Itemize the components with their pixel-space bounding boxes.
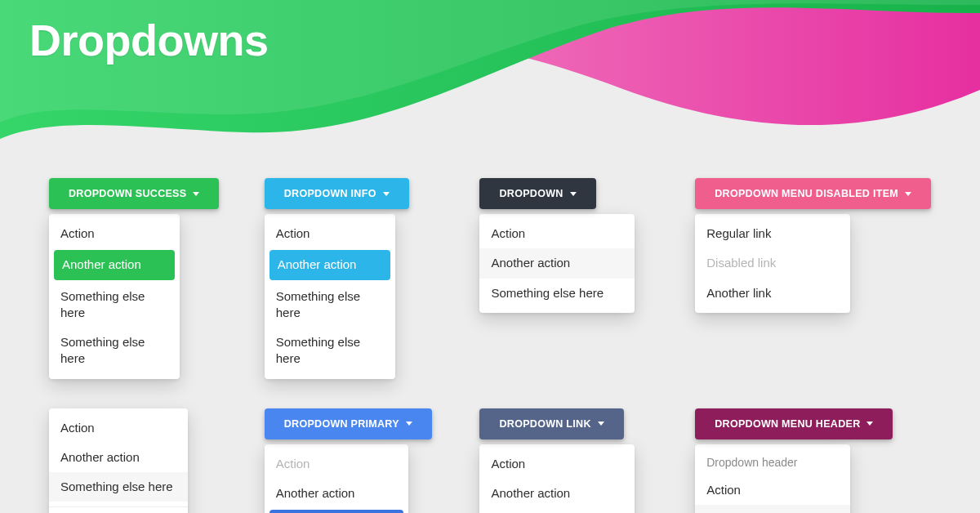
menu-item[interactable]: Something else here bbox=[265, 328, 395, 374]
menu-item[interactable]: Action bbox=[479, 219, 635, 248]
menu-item[interactable]: Regular link bbox=[695, 219, 850, 248]
page-hero: Dropdowns bbox=[0, 0, 980, 180]
dropdown-menu-header: DROPDOWN MENU HEADER Dropdown header Act… bbox=[695, 408, 931, 514]
menu-item-hover[interactable]: Another action bbox=[479, 248, 635, 278]
dropdown-link: DROPDOWN LINK Action Another action Some… bbox=[479, 408, 669, 514]
dropdown-primary-menu: Action Another action Something else her… bbox=[265, 444, 408, 514]
caret-down-icon bbox=[193, 192, 199, 196]
dropdown-link-button[interactable]: DROPDOWN LINK bbox=[479, 408, 623, 439]
dropdown-menu-header-menu: Dropdown header Action Another action bbox=[695, 444, 850, 514]
menu-header: Dropdown header bbox=[695, 449, 850, 475]
menu-item[interactable]: Action bbox=[265, 219, 395, 248]
menu-item[interactable]: Something else here bbox=[49, 328, 180, 374]
caret-down-icon bbox=[406, 422, 412, 426]
dropdown-link-menu: Action Another action Something else her… bbox=[479, 444, 635, 514]
dropdown-success-label: DROPDOWN SUCCESS bbox=[69, 188, 186, 199]
dropdown-dark-button[interactable]: DROPDOWN bbox=[479, 178, 595, 209]
dropdown-menu-header-button[interactable]: DROPDOWN MENU HEADER bbox=[695, 408, 893, 439]
dropdown-success: DROPDOWN SUCCESS Action Another action S… bbox=[49, 178, 238, 379]
dropdown-info-button[interactable]: DROPDOWN INFO bbox=[265, 178, 409, 209]
dropdown-success-button[interactable]: DROPDOWN SUCCESS bbox=[49, 178, 219, 209]
menu-item[interactable]: Action bbox=[49, 219, 180, 248]
dropdown-info-menu: Action Another action Something else her… bbox=[265, 214, 395, 379]
dropdown-link-label: DROPDOWN LINK bbox=[499, 418, 590, 430]
menu-item[interactable]: Another action bbox=[265, 479, 408, 508]
caret-down-icon bbox=[598, 422, 604, 426]
caret-down-icon bbox=[866, 422, 873, 426]
dropdown-success-menu: Action Another action Something else her… bbox=[49, 214, 180, 379]
menu-item[interactable]: Something else here bbox=[49, 282, 180, 328]
menu-item-active[interactable]: Another action bbox=[54, 250, 175, 279]
dropdown-info: DROPDOWN INFO Action Another action Some… bbox=[265, 178, 454, 379]
menu-item-active[interactable]: Something else here bbox=[270, 510, 403, 513]
menu-item-hover[interactable]: Another action bbox=[695, 505, 850, 513]
caret-down-icon bbox=[383, 192, 390, 196]
menu-item[interactable]: Another link bbox=[695, 279, 850, 308]
menu-item[interactable]: Another action bbox=[49, 443, 188, 472]
dropdown-primary-button[interactable]: DROPDOWN PRIMARY bbox=[265, 408, 432, 439]
dropdown-primary-label: DROPDOWN PRIMARY bbox=[284, 418, 399, 430]
menu-item[interactable]: Action bbox=[695, 475, 850, 505]
dropdown-disabled-item-menu: Regular link Disabled link Another link bbox=[695, 214, 850, 313]
caret-down-icon bbox=[570, 192, 577, 196]
menu-item[interactable]: Action bbox=[479, 449, 635, 479]
menu-item-hover[interactable]: Something else here bbox=[49, 472, 188, 502]
menu-item[interactable]: Action bbox=[49, 413, 188, 443]
dropdown-primary: DROPDOWN PRIMARY Action Another action S… bbox=[265, 408, 454, 514]
menu-item-active[interactable]: Another action bbox=[270, 250, 390, 279]
dropdown-menu-header-label: DROPDOWN MENU HEADER bbox=[715, 418, 860, 430]
dropdown-dark-label: DROPDOWN bbox=[499, 188, 563, 199]
page-title: Dropdowns bbox=[29, 15, 268, 65]
dropdown-disabled-item-button[interactable]: DROPDOWN MENU DISABLED ITEM bbox=[695, 178, 931, 209]
dropdown-disabled-item: DROPDOWN MENU DISABLED ITEM Regular link… bbox=[695, 178, 931, 379]
dropdown-grid: DROPDOWN SUCCESS Action Another action S… bbox=[0, 178, 980, 513]
caret-down-icon bbox=[905, 192, 911, 196]
menu-item[interactable]: Something else here bbox=[479, 508, 635, 513]
menu-item[interactable]: Another action bbox=[479, 479, 635, 508]
dropdown-dark: DROPDOWN Action Another action Something… bbox=[479, 178, 669, 379]
menu-item-disabled: Action bbox=[265, 449, 408, 479]
dropup: Action Another action Something else her… bbox=[49, 408, 238, 514]
dropdown-dark-menu: Action Another action Something else her… bbox=[479, 214, 635, 313]
menu-item[interactable]: Something else here bbox=[265, 282, 395, 328]
menu-divider bbox=[49, 506, 188, 507]
dropup-menu: Action Another action Something else her… bbox=[49, 408, 188, 514]
menu-item-disabled: Disabled link bbox=[695, 248, 850, 278]
menu-item[interactable]: Something else here bbox=[479, 279, 635, 308]
dropdown-disabled-item-label: DROPDOWN MENU DISABLED ITEM bbox=[715, 188, 898, 199]
dropdown-info-label: DROPDOWN INFO bbox=[284, 188, 376, 199]
